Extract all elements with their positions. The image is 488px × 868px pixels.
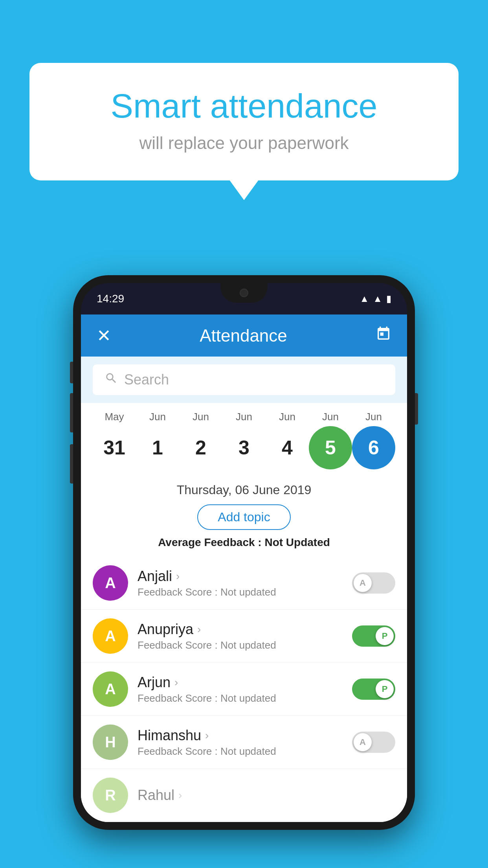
cal-date-5[interactable]: 5: [309, 426, 352, 469]
status-icons: ▲ ▲ ▮: [360, 293, 391, 304]
avatar-partial: R: [93, 778, 128, 813]
attendance-toggle-anupriya[interactable]: P: [352, 625, 395, 647]
avatar-arjun: A: [93, 671, 128, 707]
volume-down-button: [70, 444, 73, 484]
phone-screen: ✕ Attendance Search: [81, 314, 407, 822]
battery-icon: ▮: [386, 293, 391, 304]
chevron-icon-arjun: ›: [174, 676, 178, 689]
student-row-partial: R Rahul ›: [81, 769, 407, 822]
student-name-partial: Rahul ›: [138, 787, 395, 804]
header-title: Attendance: [200, 326, 287, 346]
close-button[interactable]: ✕: [97, 326, 111, 346]
cal-date-1[interactable]: 1: [136, 426, 179, 469]
student-info-partial: Rahul ›: [138, 787, 395, 804]
cal-date-2[interactable]: 2: [179, 426, 222, 469]
date-info: Thursday, 06 June 2019 Add topic Average…: [81, 473, 407, 557]
speech-bubble: Smart attendance will replace your paper…: [29, 63, 459, 180]
feedback-score-arjun: Feedback Score : Not updated: [138, 692, 352, 704]
volume-silent-button: [70, 362, 73, 383]
phone-wrapper: 14:29 ▲ ▲ ▮ ✕ Attendance: [73, 275, 415, 830]
phone: 14:29 ▲ ▲ ▮ ✕ Attendance: [73, 275, 415, 830]
student-row-anupriya[interactable]: A Anupriya › Feedback Score : Not update…: [81, 610, 407, 663]
date-display: Thursday, 06 June 2019: [93, 483, 395, 497]
student-info-himanshu: Himanshu › Feedback Score : Not updated: [138, 727, 352, 758]
toggle-knob-arjun: P: [376, 680, 394, 698]
chevron-icon-partial: ›: [178, 789, 182, 802]
power-button: [415, 393, 418, 425]
speech-bubble-container: Smart attendance will replace your paper…: [29, 63, 459, 180]
student-info-arjun: Arjun › Feedback Score : Not updated: [138, 674, 352, 704]
student-info-anupriya: Anupriya › Feedback Score : Not updated: [138, 621, 352, 651]
avatar-himanshu: H: [93, 725, 128, 760]
student-list: A Anjali › Feedback Score : Not updated …: [81, 557, 407, 822]
search-icon: [105, 371, 118, 388]
attendance-toggle-anjali[interactable]: A: [352, 572, 395, 594]
student-name-anjali[interactable]: Anjali ›: [138, 568, 352, 585]
chevron-icon-anupriya: ›: [197, 623, 201, 636]
cal-date-4[interactable]: 4: [266, 426, 309, 469]
add-topic-button[interactable]: Add topic: [197, 504, 290, 530]
feedback-score-anjali: Feedback Score : Not updated: [138, 586, 352, 598]
toggle-container-anupriya[interactable]: P: [352, 625, 395, 647]
student-name-arjun[interactable]: Arjun ›: [138, 674, 352, 691]
feedback-score-anupriya: Feedback Score : Not updated: [138, 639, 352, 651]
cal-month-4: Jun: [266, 411, 309, 423]
camera: [240, 289, 248, 297]
toggle-knob-anjali: A: [354, 574, 372, 592]
chevron-icon-anjali: ›: [176, 570, 180, 583]
volume-up-button: [70, 393, 73, 432]
toggle-container-anjali[interactable]: A: [352, 572, 395, 594]
status-bar: 14:29 ▲ ▲ ▮: [81, 283, 407, 314]
avg-feedback-label: Average Feedback :: [158, 536, 262, 548]
search-bar[interactable]: Search: [93, 364, 395, 395]
calendar-months-row: May Jun Jun Jun Jun Jun Jun: [93, 411, 395, 423]
cal-month-1: Jun: [136, 411, 179, 423]
cal-month-5: Jun: [309, 411, 352, 423]
speech-bubble-title: Smart attendance: [61, 86, 427, 125]
notch: [220, 283, 268, 303]
avg-feedback-value: Not Updated: [264, 536, 330, 548]
signal-icon: ▲: [373, 293, 382, 304]
attendance-toggle-arjun[interactable]: P: [352, 679, 395, 700]
student-row-anjali[interactable]: A Anjali › Feedback Score : Not updated …: [81, 557, 407, 610]
toggle-container-himanshu[interactable]: A: [352, 732, 395, 753]
attendance-toggle-himanshu[interactable]: A: [352, 732, 395, 753]
cal-month-3: Jun: [222, 411, 266, 423]
avatar-anupriya: A: [93, 618, 128, 654]
toggle-knob-himanshu: A: [354, 733, 372, 751]
toggle-container-arjun[interactable]: P: [352, 679, 395, 700]
student-info-anjali: Anjali › Feedback Score : Not updated: [138, 568, 352, 598]
toggle-knob-anupriya: P: [376, 627, 394, 645]
app-header: ✕ Attendance: [81, 314, 407, 357]
student-name-anupriya[interactable]: Anupriya ›: [138, 621, 352, 638]
cal-month-0: May: [93, 411, 136, 423]
search-bar-container: Search: [81, 357, 407, 403]
search-placeholder: Search: [124, 371, 169, 388]
student-row-arjun[interactable]: A Arjun › Feedback Score : Not updated P: [81, 663, 407, 716]
feedback-score-himanshu: Feedback Score : Not updated: [138, 745, 352, 758]
wifi-icon: ▲: [360, 293, 369, 304]
cal-date-3[interactable]: 3: [222, 426, 266, 469]
cal-date-6[interactable]: 6: [352, 426, 395, 469]
cal-date-0[interactable]: 31: [93, 426, 136, 469]
cal-month-6: Jun: [352, 411, 395, 423]
cal-month-2: Jun: [179, 411, 222, 423]
calendar-icon[interactable]: [376, 326, 391, 345]
chevron-icon-himanshu: ›: [205, 729, 209, 742]
student-name-himanshu[interactable]: Himanshu ›: [138, 727, 352, 744]
avg-feedback: Average Feedback : Not Updated: [93, 536, 395, 549]
calendar-dates-row[interactable]: 31 1 2 3 4 5 6: [93, 426, 395, 469]
status-time: 14:29: [97, 292, 124, 305]
avatar-anjali: A: [93, 565, 128, 601]
calendar-strip: May Jun Jun Jun Jun Jun Jun 31 1 2 3 4 5…: [81, 403, 407, 473]
speech-bubble-subtitle: will replace your paperwork: [61, 133, 427, 153]
student-row-himanshu[interactable]: H Himanshu › Feedback Score : Not update…: [81, 716, 407, 769]
